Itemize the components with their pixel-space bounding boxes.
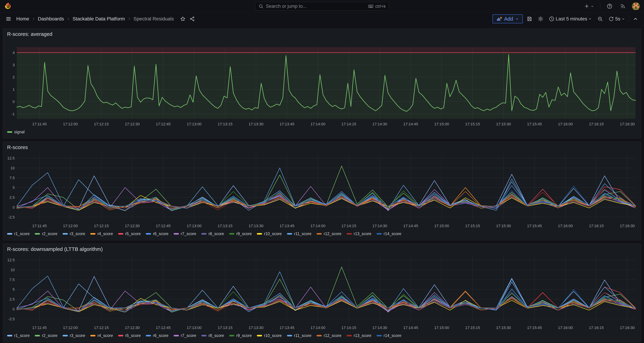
svg-text:17:13:30: 17:13:30 <box>248 325 264 330</box>
mega-menu-button[interactable] <box>4 15 12 23</box>
new-menu-button[interactable] <box>583 3 595 10</box>
search-placeholder: Search or jump to... <box>266 4 366 9</box>
svg-text:17:12:15: 17:12:15 <box>94 122 109 126</box>
legend-color-pill <box>146 233 151 235</box>
legend-label: r11_score <box>294 231 312 236</box>
legend-item-r14_score[interactable]: r14_score <box>376 231 401 236</box>
legend-item-r12_score[interactable]: r12_score <box>316 231 341 236</box>
svg-text:17:14:00: 17:14:00 <box>310 122 325 126</box>
legend-label: signal <box>14 130 24 134</box>
news-button[interactable] <box>619 2 627 10</box>
legend-item-r7_score[interactable]: r7_score <box>174 333 196 338</box>
legend-label: r11_score <box>294 333 312 338</box>
panel-title[interactable]: R-scores: downsampled (LTTB algorithm) <box>6 246 638 253</box>
legend-color-pill <box>90 335 96 336</box>
grafana-logo-icon[interactable] <box>4 2 12 10</box>
legend-label: r14_score <box>384 231 401 236</box>
timeseries-chart-averaged[interactable]: 17:11:4517:12:0017:12:1517:12:3017:12:45… <box>6 38 638 128</box>
chevron-right-icon <box>128 17 131 21</box>
timeseries-chart-downsampled[interactable]: 17:11:4517:12:0017:12:1517:12:3017:12:45… <box>6 253 638 332</box>
svg-text:4: 4 <box>13 51 15 55</box>
collapse-toolbar-button[interactable] <box>632 15 640 23</box>
legend-item-signal[interactable]: signal <box>7 130 24 134</box>
svg-text:17:13:15: 17:13:15 <box>218 325 232 330</box>
legend-item-r1_score[interactable]: r1_score <box>7 333 30 338</box>
legend-color-pill <box>146 335 151 336</box>
svg-text:17:16:30: 17:16:30 <box>620 325 635 330</box>
legend-item-r5_score[interactable]: r5_score <box>118 231 141 236</box>
svg-text:17:12:30: 17:12:30 <box>125 325 140 330</box>
panel-title[interactable]: R-scores <box>6 144 638 151</box>
add-panel-button[interactable]: Add <box>492 14 523 23</box>
breadcrumb-home[interactable]: Home <box>16 16 29 22</box>
legend-item-r12_score[interactable]: r12_score <box>316 333 341 338</box>
legend-item-r3_score[interactable]: r3_score <box>62 231 85 236</box>
svg-text:17:16:00: 17:16:00 <box>558 325 573 330</box>
svg-text:17:13:45: 17:13:45 <box>280 325 294 330</box>
panel-title[interactable]: R-scores: averaged <box>6 31 638 38</box>
svg-text:0: 0 <box>13 307 15 311</box>
svg-text:17:14:15: 17:14:15 <box>342 122 356 126</box>
legend-item-r10_score[interactable]: r10_score <box>257 333 282 338</box>
legend-item-r3_score[interactable]: r3_score <box>62 333 85 338</box>
breadcrumb: Home Dashboards Stackable Data Platform … <box>16 15 196 23</box>
svg-text:17:15:00: 17:15:00 <box>434 224 449 228</box>
legend-color-pill <box>174 233 179 235</box>
refresh-button[interactable]: 5s <box>607 15 626 23</box>
legend-item-r5_score[interactable]: r5_score <box>118 333 141 338</box>
legend-item-r7_score[interactable]: r7_score <box>174 231 196 236</box>
legend-item-r13_score[interactable]: r13_score <box>347 333 372 338</box>
profile-avatar[interactable] <box>632 2 640 10</box>
legend-color-pill <box>7 233 12 235</box>
bar-chart-plus-icon <box>496 16 502 22</box>
svg-text:0: 0 <box>13 100 15 104</box>
favorite-button[interactable] <box>179 15 187 23</box>
save-dashboard-button[interactable] <box>525 15 534 23</box>
timeseries-chart-rscores[interactable]: 17:11:4517:12:0017:12:1517:12:3017:12:45… <box>6 151 638 230</box>
share-button[interactable] <box>188 15 196 23</box>
time-range-picker[interactable]: Last 5 minutes <box>547 15 593 23</box>
legend-item-r2_score[interactable]: r2_score <box>35 231 57 236</box>
legend-item-r14_score[interactable]: r14_score <box>376 333 401 338</box>
legend-item-r8_score[interactable]: r8_score <box>201 333 224 338</box>
svg-text:17:15:30: 17:15:30 <box>496 325 511 330</box>
zoom-out-button[interactable] <box>596 15 604 23</box>
dashboard-canvas: R-scores: averaged 17:11:4517:12:0017:12… <box>0 26 644 343</box>
grafana-app: { "topbar": { "search_placeholder": "Sea… <box>0 0 644 343</box>
legend-item-r11_score[interactable]: r11_score <box>287 231 312 236</box>
legend-item-r11_score[interactable]: r11_score <box>287 333 312 338</box>
legend-item-r4_score[interactable]: r4_score <box>90 333 113 338</box>
svg-text:17:14:45: 17:14:45 <box>404 325 418 330</box>
svg-text:10: 10 <box>10 166 15 170</box>
legend-label: r13_score <box>354 231 372 236</box>
svg-text:17:12:15: 17:12:15 <box>94 224 109 228</box>
topbar-right-actions <box>583 2 640 10</box>
legend-item-r9_score[interactable]: r9_score <box>229 231 252 236</box>
legend-item-r6_score[interactable]: r6_score <box>146 333 168 338</box>
search-input[interactable]: Search or jump to... ctrl+k <box>255 2 389 11</box>
legend-item-r13_score[interactable]: r13_score <box>347 231 372 236</box>
chevron-down-icon <box>515 17 519 21</box>
legend-item-r4_score[interactable]: r4_score <box>90 231 113 236</box>
legend-label: r9_score <box>236 333 252 338</box>
legend-item-r1_score[interactable]: r1_score <box>7 231 30 236</box>
add-label: Add <box>504 16 513 22</box>
hamburger-icon <box>6 16 12 22</box>
svg-text:7.5: 7.5 <box>9 176 15 180</box>
gear-icon <box>538 16 544 22</box>
breadcrumb-folder[interactable]: Stackable Data Platform <box>73 16 125 22</box>
breadcrumb-dashboards[interactable]: Dashboards <box>38 16 64 22</box>
legend-color-pill <box>90 233 96 235</box>
legend-item-r10_score[interactable]: r10_score <box>257 231 282 236</box>
dashboard-nav-bar: Home Dashboards Stackable Data Platform … <box>0 13 644 26</box>
chart-legend: signal <box>6 128 638 136</box>
help-button[interactable] <box>606 2 614 10</box>
dashboard-settings-button[interactable] <box>536 15 545 23</box>
legend-item-r8_score[interactable]: r8_score <box>201 231 224 236</box>
legend-item-r9_score[interactable]: r9_score <box>229 333 252 338</box>
legend-label: r7_score <box>181 333 196 338</box>
refresh-icon <box>608 16 614 22</box>
legend-item-r6_score[interactable]: r6_score <box>146 231 168 236</box>
plus-icon <box>584 4 590 9</box>
legend-item-r2_score[interactable]: r2_score <box>35 333 57 338</box>
